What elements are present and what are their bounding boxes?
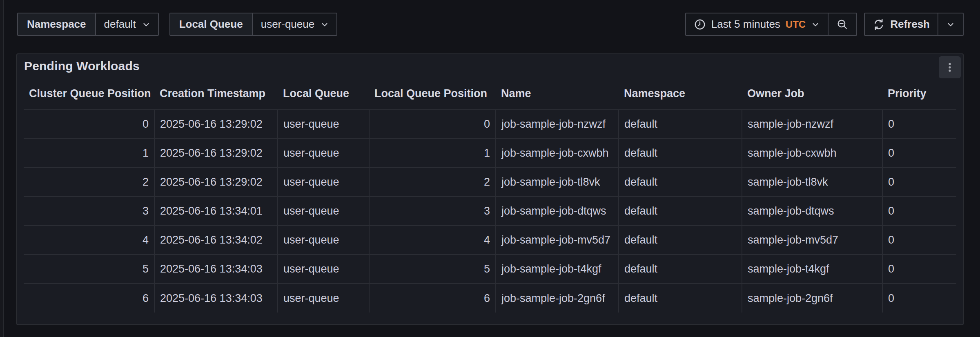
cell-name: job-sample-job-dtqws — [496, 197, 619, 226]
cell-name: job-sample-job-tl8vk — [496, 168, 619, 197]
cell-creation-timestamp: 2025-06-16 13:29:02 — [154, 139, 278, 168]
cell-creation-timestamp: 2025-06-16 13:34:03 — [154, 255, 278, 284]
cell-local-queue-position: 6 — [369, 284, 496, 313]
cell-creation-timestamp: 2025-06-16 13:34:01 — [154, 197, 278, 226]
panel-header: Pending Workloads — [17, 54, 963, 78]
cell-priority: 0 — [882, 255, 956, 284]
panel-title[interactable]: Pending Workloads — [24, 59, 140, 73]
time-range-button[interactable]: Last 5 minutes UTC — [686, 13, 828, 35]
cell-owner-job: sample-job-nzwzf — [742, 110, 882, 139]
cell-creation-timestamp: 2025-06-16 13:34:03 — [154, 284, 278, 313]
column-header-name[interactable]: Name — [496, 78, 619, 110]
cell-cluster-queue-position: 4 — [24, 226, 154, 255]
cell-priority: 0 — [882, 226, 956, 255]
cell-owner-job: sample-job-dtqws — [742, 197, 882, 226]
panel-menu-button[interactable] — [939, 56, 961, 78]
cell-name: job-sample-job-cxwbh — [496, 139, 619, 168]
variable-local-queue: Local Queue user-queue — [169, 13, 338, 36]
cell-namespace: default — [619, 168, 742, 197]
column-header-owner-job[interactable]: Owner Job — [742, 78, 882, 110]
cell-priority: 0 — [882, 110, 956, 139]
table-row: 42025-06-16 13:34:02user-queue4job-sampl… — [24, 226, 956, 255]
cell-owner-job: sample-job-t4kgf — [742, 255, 882, 284]
variable-namespace-select[interactable]: default — [95, 13, 158, 35]
cell-priority: 0 — [882, 168, 956, 197]
column-header-namespace[interactable]: Namespace — [619, 78, 742, 110]
variable-namespace-label: Namespace — [18, 13, 95, 35]
variable-local-queue-value: user-queue — [261, 18, 315, 31]
dashboard-toolbar: Namespace default Local Queue user-queue… — [17, 13, 964, 36]
variable-local-queue-select[interactable]: user-queue — [252, 13, 337, 35]
cell-cluster-queue-position: 6 — [24, 284, 154, 313]
cell-owner-job: sample-job-2gn6f — [742, 284, 882, 313]
cell-namespace: default — [619, 139, 742, 168]
pending-workloads-table: Cluster Queue PositionCreation Timestamp… — [24, 78, 956, 313]
refresh-icon — [873, 18, 885, 31]
cell-name: job-sample-job-mv5d7 — [496, 226, 619, 255]
table-row: 02025-06-16 13:29:02user-queue0job-sampl… — [24, 110, 956, 139]
table-row: 32025-06-16 13:34:01user-queue3job-sampl… — [24, 197, 956, 226]
table-row: 22025-06-16 13:29:02user-queue2job-sampl… — [24, 168, 956, 197]
cell-namespace: default — [619, 255, 742, 284]
cell-creation-timestamp: 2025-06-16 13:29:02 — [154, 168, 278, 197]
cell-local-queue-position: 0 — [369, 110, 496, 139]
cell-name: job-sample-job-t4kgf — [496, 255, 619, 284]
clock-icon — [694, 18, 706, 31]
cell-local-queue: user-queue — [278, 255, 369, 284]
cell-owner-job: sample-job-cxwbh — [742, 139, 882, 168]
pending-workloads-panel: Pending Workloads Cluster Queue Position… — [16, 53, 964, 325]
column-header-cluster-queue-position[interactable]: Cluster Queue Position — [24, 78, 154, 110]
cell-local-queue-position: 5 — [369, 255, 496, 284]
refresh-button[interactable]: Refresh — [865, 13, 938, 35]
kebab-menu-icon — [944, 61, 956, 73]
cell-creation-timestamp: 2025-06-16 13:34:02 — [154, 226, 278, 255]
refresh-label: Refresh — [890, 18, 930, 31]
column-header-local-queue-position[interactable]: Local Queue Position — [369, 78, 496, 110]
cell-priority: 0 — [882, 284, 956, 313]
timezone-label: UTC — [786, 19, 806, 30]
cell-local-queue-position: 1 — [369, 139, 496, 168]
cell-local-queue-position: 3 — [369, 197, 496, 226]
time-range-label: Last 5 minutes — [711, 18, 780, 31]
left-pane-edge — [0, 0, 4, 337]
cell-cluster-queue-position: 0 — [24, 110, 154, 139]
chevron-down-icon — [946, 20, 955, 29]
cell-name: job-sample-job-nzwzf — [496, 110, 619, 139]
column-header-creation-timestamp[interactable]: Creation Timestamp — [154, 78, 278, 110]
cell-local-queue: user-queue — [278, 110, 369, 139]
cell-cluster-queue-position: 2 — [24, 168, 154, 197]
chevron-down-icon — [811, 20, 820, 29]
table-row: 12025-06-16 13:29:02user-queue1job-sampl… — [24, 139, 956, 168]
column-header-local-queue[interactable]: Local Queue — [278, 78, 369, 110]
cell-owner-job: sample-job-tl8vk — [742, 168, 882, 197]
time-zoom-out-button[interactable] — [828, 13, 856, 35]
refresh-group: Refresh — [864, 13, 964, 36]
table-row: 52025-06-16 13:34:03user-queue5job-sampl… — [24, 255, 956, 284]
cell-local-queue: user-queue — [278, 197, 369, 226]
cell-priority: 0 — [882, 197, 956, 226]
cell-namespace: default — [619, 197, 742, 226]
variable-namespace: Namespace default — [17, 13, 159, 36]
table-body: 02025-06-16 13:29:02user-queue0job-sampl… — [24, 110, 956, 313]
time-picker-group: Last 5 minutes UTC — [685, 13, 857, 36]
cell-namespace: default — [619, 226, 742, 255]
table-row: 62025-06-16 13:34:03user-queue6job-sampl… — [24, 284, 956, 313]
cell-cluster-queue-position: 3 — [24, 197, 154, 226]
chevron-down-icon — [142, 20, 151, 29]
cell-local-queue-position: 2 — [369, 168, 496, 197]
cell-local-queue-position: 4 — [369, 226, 496, 255]
variable-local-queue-label: Local Queue — [170, 13, 252, 35]
cell-priority: 0 — [882, 139, 956, 168]
refresh-interval-dropdown[interactable] — [938, 13, 963, 35]
cell-namespace: default — [619, 110, 742, 139]
cell-cluster-queue-position: 5 — [24, 255, 154, 284]
variable-namespace-value: default — [104, 18, 136, 31]
cell-local-queue: user-queue — [278, 139, 369, 168]
column-header-priority[interactable]: Priority — [882, 78, 956, 110]
cell-owner-job: sample-job-mv5d7 — [742, 226, 882, 255]
cell-cluster-queue-position: 1 — [24, 139, 154, 168]
zoom-out-icon — [836, 18, 849, 31]
cell-local-queue: user-queue — [278, 168, 369, 197]
cell-local-queue: user-queue — [278, 226, 369, 255]
cell-name: job-sample-job-2gn6f — [496, 284, 619, 313]
